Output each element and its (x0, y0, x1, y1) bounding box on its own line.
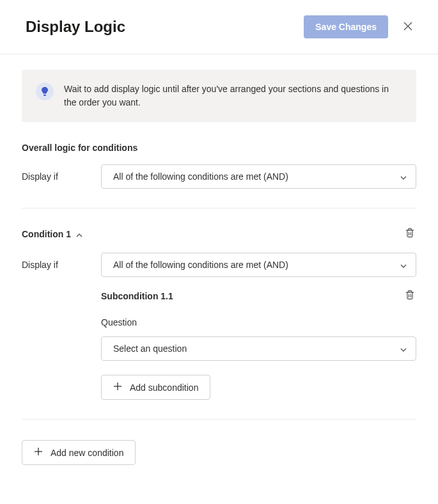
plus-icon (113, 382, 122, 393)
panel-content: Wait to add display logic until after yo… (0, 54, 438, 480)
question-select-row: Select an question (101, 336, 416, 361)
save-changes-button[interactable]: Save Changes (304, 15, 388, 38)
trash-icon (405, 290, 415, 302)
close-icon (403, 22, 412, 33)
add-new-condition-button[interactable]: Add new condition (22, 440, 136, 465)
chevron-down-icon (400, 260, 407, 270)
lightbulb-icon (36, 83, 54, 100)
delete-condition-button[interactable] (403, 226, 416, 241)
page-title: Display Logic (26, 18, 125, 36)
condition-1-display-if-select[interactable]: All of the following conditions are met … (101, 253, 416, 277)
chevron-up-icon (76, 229, 82, 239)
condition-1-header: Condition 1 (22, 226, 416, 241)
info-banner-text: Wait to add display logic until after yo… (64, 83, 402, 109)
condition-1-display-if-label: Display if (22, 260, 91, 270)
overall-display-if-select[interactable]: All of the following conditions are met … (101, 164, 416, 189)
overall-display-if-label: Display if (22, 171, 91, 182)
overall-logic-heading: Overall logic for conditions (22, 143, 416, 153)
add-subcondition-label: Add subcondition (130, 382, 198, 393)
subcondition-1-1-header: Subcondition 1.1 (101, 288, 416, 303)
chevron-down-icon (400, 171, 407, 182)
header-actions: Save Changes (304, 15, 415, 38)
question-select-value: Select an question (113, 343, 187, 354)
subcondition-block: Subcondition 1.1 Question Select an ques… (22, 288, 416, 400)
condition-1-toggle[interactable]: Condition 1 (22, 229, 82, 239)
condition-1-display-if-row: Display if All of the following conditio… (22, 253, 416, 277)
close-button[interactable] (401, 19, 415, 35)
question-select[interactable]: Select an question (101, 336, 416, 361)
overall-display-if-row: Display if All of the following conditio… (22, 164, 416, 189)
divider (22, 419, 416, 420)
condition-1-display-if-value: All of the following conditions are met … (113, 260, 288, 270)
subcondition-1-1-title: Subcondition 1.1 (101, 291, 173, 301)
condition-1-title: Condition 1 (22, 229, 71, 239)
trash-icon (405, 228, 415, 240)
add-new-condition-label: Add new condition (51, 448, 123, 458)
question-label: Question (101, 317, 416, 327)
panel-header: Display Logic Save Changes (0, 0, 438, 54)
overall-display-if-value: All of the following conditions are met … (113, 171, 288, 182)
save-button-label: Save Changes (315, 22, 377, 32)
chevron-down-icon (400, 343, 407, 354)
info-banner: Wait to add display logic until after yo… (22, 70, 416, 122)
add-subcondition-button[interactable]: Add subcondition (101, 375, 210, 400)
plus-icon (34, 447, 43, 458)
divider (22, 208, 416, 209)
delete-subcondition-button[interactable] (403, 288, 416, 303)
